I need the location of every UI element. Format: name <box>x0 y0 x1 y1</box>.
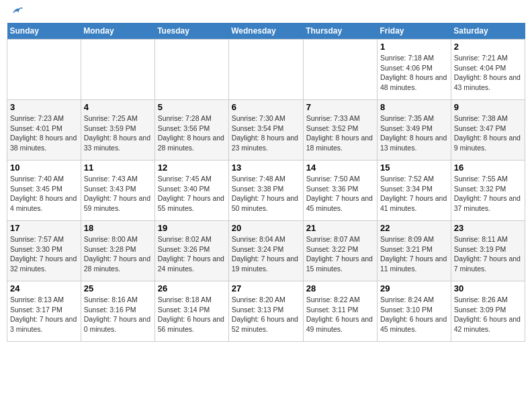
day-info: Sunrise: 7:55 AMSunset: 3:32 PMDaylight:… <box>454 174 522 214</box>
day-info: Sunrise: 7:52 AMSunset: 3:34 PMDaylight:… <box>380 174 448 214</box>
day-info: Sunrise: 7:21 AMSunset: 4:04 PMDaylight:… <box>454 53 522 93</box>
day-info: Sunrise: 7:43 AMSunset: 3:43 PMDaylight:… <box>84 174 152 214</box>
calendar-cell: 13Sunrise: 7:48 AMSunset: 3:38 PMDayligh… <box>228 161 303 221</box>
calendar-week-1: 1Sunrise: 7:18 AMSunset: 4:06 PMDaylight… <box>7 40 525 100</box>
day-number: 14 <box>306 163 374 173</box>
day-info: Sunrise: 7:33 AMSunset: 3:52 PMDaylight:… <box>306 113 374 153</box>
day-number: 6 <box>232 102 300 112</box>
logo-bird-icon <box>11 5 23 17</box>
calendar-cell: 9Sunrise: 7:38 AMSunset: 3:47 PMDaylight… <box>451 100 525 161</box>
day-number: 15 <box>380 163 448 173</box>
calendar-cell: 14Sunrise: 7:50 AMSunset: 3:36 PMDayligh… <box>303 161 377 221</box>
calendar-cell: 1Sunrise: 7:18 AMSunset: 4:06 PMDaylight… <box>378 40 451 100</box>
day-header-tuesday: Tuesday <box>154 23 228 40</box>
day-number: 17 <box>10 223 78 233</box>
day-info: Sunrise: 7:48 AMSunset: 3:38 PMDaylight:… <box>232 174 300 214</box>
day-info: Sunrise: 8:00 AMSunset: 3:28 PMDaylight:… <box>84 234 152 274</box>
day-number: 3 <box>10 102 78 112</box>
calendar-cell: 4Sunrise: 7:25 AMSunset: 3:59 PMDaylight… <box>81 100 154 161</box>
day-number: 30 <box>454 283 522 293</box>
day-info: Sunrise: 7:40 AMSunset: 3:45 PMDaylight:… <box>10 174 78 214</box>
day-header-monday: Monday <box>81 23 154 40</box>
calendar-cell: 25Sunrise: 8:16 AMSunset: 3:16 PMDayligh… <box>81 281 154 342</box>
day-number: 8 <box>380 102 448 112</box>
day-info: Sunrise: 7:28 AMSunset: 3:56 PMDaylight:… <box>158 113 226 153</box>
day-number: 22 <box>380 223 448 233</box>
calendar-week-2: 3Sunrise: 7:23 AMSunset: 4:01 PMDaylight… <box>7 100 525 161</box>
day-number: 29 <box>380 283 448 293</box>
day-info: Sunrise: 7:23 AMSunset: 4:01 PMDaylight:… <box>10 113 78 153</box>
calendar-cell <box>228 40 303 100</box>
day-number: 11 <box>84 163 152 173</box>
day-number: 24 <box>10 283 78 293</box>
calendar-header-row: SundayMondayTuesdayWednesdayThursdayFrid… <box>7 23 525 40</box>
calendar-cell: 5Sunrise: 7:28 AMSunset: 3:56 PMDaylight… <box>154 100 228 161</box>
calendar-cell: 7Sunrise: 7:33 AMSunset: 3:52 PMDaylight… <box>303 100 377 161</box>
day-header-thursday: Thursday <box>303 23 377 40</box>
calendar-cell: 30Sunrise: 8:26 AMSunset: 3:09 PMDayligh… <box>451 281 525 342</box>
day-number: 16 <box>454 163 522 173</box>
day-info: Sunrise: 8:24 AMSunset: 3:10 PMDaylight:… <box>380 295 448 334</box>
day-number: 23 <box>454 223 522 233</box>
day-info: Sunrise: 8:04 AMSunset: 3:24 PMDaylight:… <box>232 234 300 274</box>
calendar-cell <box>303 40 377 100</box>
day-info: Sunrise: 7:25 AMSunset: 3:59 PMDaylight:… <box>84 113 152 153</box>
day-number: 18 <box>84 223 152 233</box>
calendar-cell: 22Sunrise: 8:09 AMSunset: 3:21 PMDayligh… <box>378 221 451 281</box>
calendar-cell: 11Sunrise: 7:43 AMSunset: 3:43 PMDayligh… <box>81 161 154 221</box>
calendar-cell: 6Sunrise: 7:30 AMSunset: 3:54 PMDaylight… <box>228 100 303 161</box>
calendar-cell: 24Sunrise: 8:13 AMSunset: 3:17 PMDayligh… <box>7 281 81 342</box>
calendar-week-3: 10Sunrise: 7:40 AMSunset: 3:45 PMDayligh… <box>7 161 525 221</box>
calendar-week-5: 24Sunrise: 8:13 AMSunset: 3:17 PMDayligh… <box>7 281 525 342</box>
calendar-cell: 10Sunrise: 7:40 AMSunset: 3:45 PMDayligh… <box>7 161 81 221</box>
day-number: 26 <box>158 283 226 293</box>
calendar-cell: 2Sunrise: 7:21 AMSunset: 4:04 PMDaylight… <box>451 40 525 100</box>
day-header-wednesday: Wednesday <box>228 23 303 40</box>
calendar-cell: 16Sunrise: 7:55 AMSunset: 3:32 PMDayligh… <box>451 161 525 221</box>
page-header <box>7 7 525 17</box>
day-number: 4 <box>84 102 152 112</box>
calendar-cell: 18Sunrise: 8:00 AMSunset: 3:28 PMDayligh… <box>81 221 154 281</box>
calendar-cell: 20Sunrise: 8:04 AMSunset: 3:24 PMDayligh… <box>228 221 303 281</box>
day-info: Sunrise: 8:20 AMSunset: 3:13 PMDaylight:… <box>232 295 300 334</box>
day-info: Sunrise: 8:22 AMSunset: 3:11 PMDaylight:… <box>306 295 374 334</box>
calendar-cell: 21Sunrise: 8:07 AMSunset: 3:22 PMDayligh… <box>303 221 377 281</box>
day-header-sunday: Sunday <box>7 23 81 40</box>
day-info: Sunrise: 7:57 AMSunset: 3:30 PMDaylight:… <box>10 234 78 274</box>
day-number: 5 <box>158 102 226 112</box>
calendar-cell: 8Sunrise: 7:35 AMSunset: 3:49 PMDaylight… <box>378 100 451 161</box>
day-number: 27 <box>232 283 300 293</box>
calendar-cell <box>81 40 154 100</box>
calendar-cell: 17Sunrise: 7:57 AMSunset: 3:30 PMDayligh… <box>7 221 81 281</box>
day-number: 13 <box>232 163 300 173</box>
day-header-saturday: Saturday <box>451 23 525 40</box>
day-number: 20 <box>232 223 300 233</box>
logo <box>9 12 23 17</box>
calendar-table: SundayMondayTuesdayWednesdayThursdayFrid… <box>7 23 525 342</box>
day-number: 28 <box>306 283 374 293</box>
calendar-cell: 12Sunrise: 7:45 AMSunset: 3:40 PMDayligh… <box>154 161 228 221</box>
day-info: Sunrise: 8:16 AMSunset: 3:16 PMDaylight:… <box>84 295 152 334</box>
day-number: 10 <box>10 163 78 173</box>
day-info: Sunrise: 8:07 AMSunset: 3:22 PMDaylight:… <box>306 234 374 274</box>
day-number: 1 <box>380 42 448 52</box>
calendar-week-4: 17Sunrise: 7:57 AMSunset: 3:30 PMDayligh… <box>7 221 525 281</box>
day-header-friday: Friday <box>378 23 451 40</box>
day-number: 25 <box>84 283 152 293</box>
calendar-cell: 28Sunrise: 8:22 AMSunset: 3:11 PMDayligh… <box>303 281 377 342</box>
day-info: Sunrise: 8:18 AMSunset: 3:14 PMDaylight:… <box>158 295 226 334</box>
day-number: 19 <box>158 223 226 233</box>
day-info: Sunrise: 7:38 AMSunset: 3:47 PMDaylight:… <box>454 113 522 153</box>
calendar-cell: 3Sunrise: 7:23 AMSunset: 4:01 PMDaylight… <box>7 100 81 161</box>
day-info: Sunrise: 7:35 AMSunset: 3:49 PMDaylight:… <box>380 113 448 153</box>
calendar-cell: 27Sunrise: 8:20 AMSunset: 3:13 PMDayligh… <box>228 281 303 342</box>
day-info: Sunrise: 8:11 AMSunset: 3:19 PMDaylight:… <box>454 234 522 274</box>
day-info: Sunrise: 8:02 AMSunset: 3:26 PMDaylight:… <box>158 234 226 274</box>
day-info: Sunrise: 7:45 AMSunset: 3:40 PMDaylight:… <box>158 174 226 214</box>
day-info: Sunrise: 8:26 AMSunset: 3:09 PMDaylight:… <box>454 295 522 334</box>
day-number: 2 <box>454 42 522 52</box>
calendar-cell: 29Sunrise: 8:24 AMSunset: 3:10 PMDayligh… <box>378 281 451 342</box>
calendar-cell <box>154 40 228 100</box>
day-number: 12 <box>158 163 226 173</box>
calendar-cell: 19Sunrise: 8:02 AMSunset: 3:26 PMDayligh… <box>154 221 228 281</box>
